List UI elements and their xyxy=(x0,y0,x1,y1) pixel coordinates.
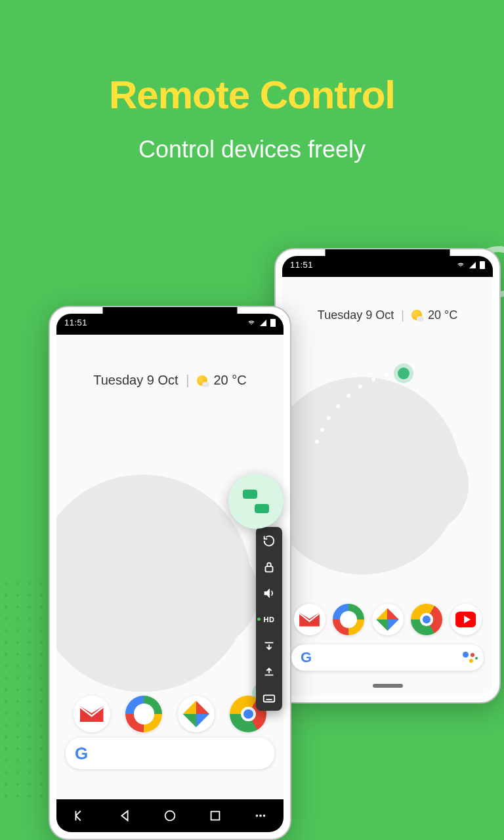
svg-rect-6 xyxy=(264,695,275,702)
chrome-icon[interactable] xyxy=(411,604,442,635)
date-weather-row: Tuesday 9 Oct | 20 °C xyxy=(282,308,493,322)
temp-text: 20 °C xyxy=(213,373,246,387)
gmail-icon[interactable] xyxy=(294,604,326,635)
maps-icon[interactable] xyxy=(333,604,364,635)
touch-trail xyxy=(315,354,420,446)
notch xyxy=(325,249,450,269)
toolbar-rotate-button[interactable] xyxy=(262,534,276,548)
toolbar-swipe-up-button[interactable] xyxy=(262,665,276,679)
assistant-icon[interactable] xyxy=(463,652,474,663)
battery-icon xyxy=(270,319,276,327)
phone-mock-front: 11:51 Tuesday 9 Oct | 20 °C xyxy=(49,306,291,840)
nav-more-button[interactable] xyxy=(253,808,268,823)
toolbar-lock-button[interactable] xyxy=(262,560,276,574)
date-text: Tuesday 9 Oct xyxy=(93,373,178,387)
weather-icon xyxy=(411,310,422,320)
battery-icon xyxy=(480,261,485,269)
svg-point-4 xyxy=(263,814,266,817)
photos-icon[interactable] xyxy=(178,696,215,732)
nav-home-button[interactable] xyxy=(163,808,177,823)
nav-hide-button[interactable] xyxy=(72,808,87,823)
touch-indicator xyxy=(398,368,410,379)
signal-icon xyxy=(259,319,268,327)
date-text: Tuesday 9 Oct xyxy=(318,308,394,322)
svg-rect-5 xyxy=(266,566,273,572)
temp-text: 20 °C xyxy=(428,308,457,322)
hd-label: HD xyxy=(264,616,275,623)
nav-pill[interactable] xyxy=(373,684,403,688)
svg-point-2 xyxy=(256,814,259,817)
svg-point-0 xyxy=(165,811,175,821)
status-time: 11:51 xyxy=(64,318,87,327)
wifi-icon xyxy=(247,319,256,327)
photos-icon[interactable] xyxy=(372,604,404,635)
status-icons xyxy=(244,319,276,327)
swap-devices-icon xyxy=(243,488,269,514)
soft-nav-bar xyxy=(56,799,284,832)
toolbar-keyboard-button[interactable] xyxy=(262,691,276,705)
search-bar[interactable]: G xyxy=(66,738,274,769)
date-weather-row: Tuesday 9 Oct | 20 °C xyxy=(56,373,284,388)
svg-rect-1 xyxy=(211,812,220,820)
toolbar-swipe-down-button[interactable] xyxy=(262,639,276,653)
svg-point-3 xyxy=(260,814,262,817)
hero: Remote Control Control devices freely xyxy=(0,0,504,163)
maps-icon[interactable] xyxy=(125,696,162,732)
search-bar[interactable]: G xyxy=(291,644,484,671)
separator: | xyxy=(401,308,404,322)
toolbar-hd-button[interactable]: HD xyxy=(262,612,276,627)
status-time: 11:51 xyxy=(290,260,313,270)
phone-mock-back: 11:51 Tuesday 9 Oct | 20 °C xyxy=(274,248,501,704)
youtube-icon[interactable] xyxy=(450,604,482,635)
notch xyxy=(103,307,238,327)
wifi-icon xyxy=(456,261,465,269)
signal-icon xyxy=(468,261,477,269)
app-dock xyxy=(56,696,284,732)
gmail-icon[interactable] xyxy=(74,696,110,732)
active-dot xyxy=(257,618,261,621)
separator: | xyxy=(186,373,189,387)
hero-title: Remote Control xyxy=(0,72,504,117)
weather-icon xyxy=(197,375,207,386)
remote-toolbar: HD xyxy=(256,527,282,711)
phone-screen-front: 11:51 Tuesday 9 Oct | 20 °C xyxy=(56,314,284,832)
status-icons xyxy=(453,261,485,269)
app-dock xyxy=(282,604,493,635)
nav-back-button[interactable] xyxy=(117,808,132,823)
phone-screen-back: 11:51 Tuesday 9 Oct | 20 °C xyxy=(282,256,493,696)
hero-subtitle: Control devices freely xyxy=(0,136,504,163)
toolbar-volume-button[interactable] xyxy=(262,586,276,600)
google-logo: G xyxy=(75,744,88,764)
remote-fab[interactable] xyxy=(228,474,284,529)
google-logo: G xyxy=(301,649,312,666)
nav-recent-button[interactable] xyxy=(208,808,222,823)
